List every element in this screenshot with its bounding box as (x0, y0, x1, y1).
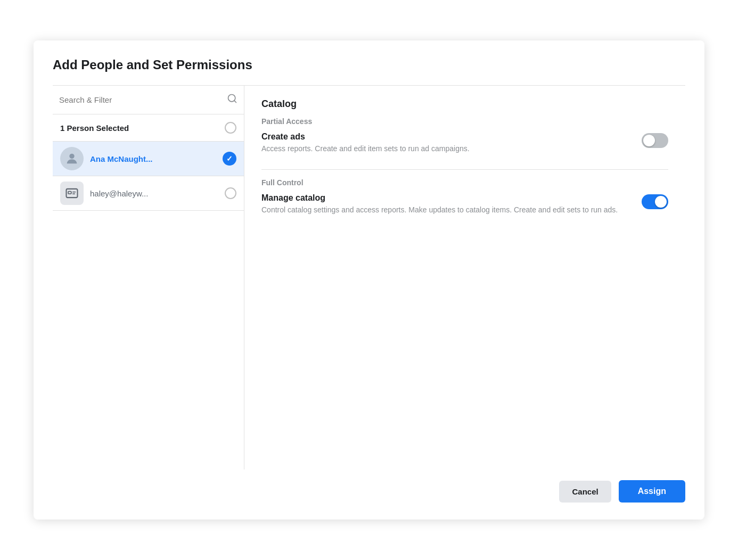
avatar-ana (60, 147, 84, 170)
search-input[interactable] (59, 95, 223, 104)
full-control-label: Full Control (261, 178, 668, 187)
create-ads-desc: Access reports. Create and edit item set… (261, 144, 629, 154)
person-checkbox-ana[interactable] (223, 152, 236, 166)
add-people-modal: Add People and Set Permissions 1 Person … (34, 40, 704, 520)
modal-body: 1 Person Selected Ana McNaught... (53, 85, 685, 470)
modal-title: Add People and Set Permissions (53, 57, 685, 72)
manage-catalog-permission: Manage catalog Control catalog settings … (261, 193, 668, 216)
select-all-checkbox[interactable] (225, 122, 236, 134)
svg-line-1 (234, 101, 236, 103)
permissions-divider (261, 169, 668, 170)
person-item-ana[interactable]: Ana McNaught... (53, 142, 244, 176)
person-checkbox-haley[interactable] (225, 187, 236, 199)
search-bar[interactable] (53, 86, 244, 114)
assign-button[interactable]: Assign (619, 480, 685, 503)
cancel-button[interactable]: Cancel (559, 481, 611, 503)
avatar-haley (60, 182, 84, 205)
svg-point-2 (69, 154, 74, 159)
selected-count-label: 1 Person Selected (60, 123, 129, 133)
create-ads-toggle[interactable] (642, 133, 668, 148)
person-item-haley[interactable]: haley@haleyw... (53, 176, 244, 211)
partial-access-label: Partial Access (261, 117, 668, 126)
manage-catalog-desc: Control catalog settings and access repo… (261, 205, 629, 216)
svg-rect-4 (68, 192, 71, 194)
person-name-haley: haley@haleyw... (90, 189, 218, 198)
person-name-ana: Ana McNaught... (90, 154, 216, 163)
manage-catalog-toggle[interactable] (642, 194, 668, 209)
catalog-title: Catalog (261, 98, 668, 110)
create-ads-text: Create ads Access reports. Create and ed… (261, 132, 642, 154)
search-icon (227, 93, 237, 106)
right-panel: Catalog Partial Access Create ads Access… (244, 86, 685, 470)
modal-footer: Cancel Assign (53, 470, 685, 503)
create-ads-permission: Create ads Access reports. Create and ed… (261, 132, 668, 154)
manage-catalog-name: Manage catalog (261, 193, 629, 203)
manage-catalog-text: Manage catalog Control catalog settings … (261, 193, 642, 216)
left-panel: 1 Person Selected Ana McNaught... (53, 86, 244, 470)
create-ads-name: Create ads (261, 132, 629, 142)
selected-header: 1 Person Selected (53, 114, 244, 142)
